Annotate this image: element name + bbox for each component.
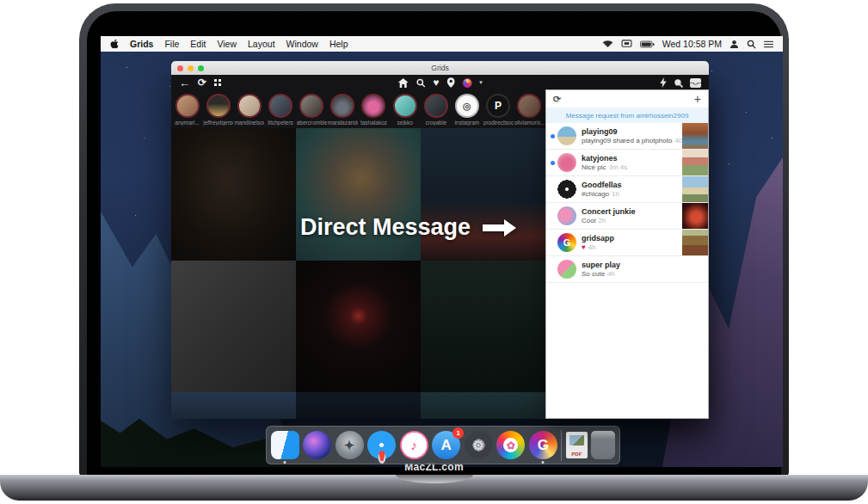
story-item[interactable]: Pprodirectsoc...: [483, 94, 514, 128]
photo-tile-underwater[interactable]: [421, 261, 545, 392]
message-sender: Concert junkie: [582, 207, 682, 217]
menu-layout[interactable]: Layout: [248, 39, 275, 49]
message-row[interactable]: Goodfellas #chicago1h: [546, 176, 708, 203]
story-item[interactable]: sejkko: [390, 94, 420, 128]
avatar: [557, 260, 576, 279]
direct-message-annotation: Direct Message: [300, 214, 516, 241]
avatar-grids-logo: G: [557, 233, 576, 252]
unread-dot: [551, 214, 555, 218]
avatar-vinyl-record: [557, 180, 576, 199]
photo-tile-partial-2[interactable]: [296, 392, 421, 419]
story-item[interactable]: tashalakoz: [359, 94, 389, 128]
window-toolbar: ← ⟳ ♥: [171, 75, 709, 90]
chevron-down-icon[interactable]: ▾: [479, 79, 483, 86]
apple-menu-icon[interactable]: [110, 39, 119, 49]
macbook-lid: Grids File Edit View Layout Window Help: [79, 3, 789, 476]
reload-button[interactable]: ⟳: [198, 77, 206, 89]
back-button[interactable]: ←: [179, 77, 190, 89]
message-row[interactable]: super play So cute4h: [546, 256, 708, 283]
location-pin-icon[interactable]: [446, 77, 454, 88]
story-avatar: [299, 94, 323, 118]
message-preview: So cute4h: [582, 270, 708, 278]
profile-avatar[interactable]: [462, 78, 471, 88]
story-item[interactable]: anymari...: [172, 94, 202, 128]
message-row[interactable]: playing09 playing09 shared a photphoto40…: [546, 123, 708, 150]
inbox-icon[interactable]: [690, 78, 701, 88]
story-item[interactable]: litchpeters: [266, 94, 296, 128]
window-titlebar[interactable]: Grids: [171, 61, 709, 75]
story-item-instagram[interactable]: ◎instagram: [452, 94, 482, 128]
launchpad-icon[interactable]: ✦: [336, 431, 364, 459]
search-icon[interactable]: [416, 78, 425, 88]
story-item[interactable]: croyable: [421, 94, 451, 128]
menu-window[interactable]: Window: [286, 39, 318, 49]
message-preview: #chicago1h: [582, 190, 682, 198]
message-sender: super play: [582, 261, 708, 270]
pdf-document-icon[interactable]: PDF: [566, 432, 588, 458]
message-preview: Cool2h: [582, 217, 682, 224]
menu-help[interactable]: Help: [329, 39, 348, 49]
siri-icon[interactable]: [303, 431, 331, 459]
message-sender: Goodfellas: [582, 181, 682, 190]
screen: Grids File Edit View Layout Window Help: [101, 36, 783, 467]
menu-file[interactable]: File: [164, 39, 179, 49]
story-username: tashalakoz: [359, 120, 389, 126]
message-time: 4h: [588, 243, 596, 251]
unread-dot: [551, 241, 555, 245]
battery-icon[interactable]: [640, 40, 655, 48]
itunes-icon[interactable]: ♪: [400, 431, 428, 459]
dm-new-message-button[interactable]: +: [694, 93, 701, 105]
home-icon[interactable]: [397, 78, 408, 88]
message-thumbnail: [682, 203, 708, 229]
message-row[interactable]: katyjones Nice pic3m 4s: [546, 150, 708, 176]
photo-tile-cave[interactable]: [171, 128, 296, 261]
photo-tile-runway[interactable]: [296, 261, 421, 392]
system-preferences-icon[interactable]: ⚙: [465, 431, 493, 459]
search-circle-icon[interactable]: [674, 78, 683, 88]
story-username: maralazaridou: [328, 120, 358, 126]
menu-view[interactable]: View: [217, 39, 237, 49]
story-avatar: P: [486, 94, 510, 118]
finder-icon[interactable]: [271, 431, 299, 459]
message-row[interactable]: Concert junkie Cool2h: [546, 203, 708, 230]
grid-view-icon[interactable]: [214, 79, 221, 86]
menu-edit[interactable]: Edit: [190, 39, 206, 49]
display-mirroring-icon[interactable]: [621, 40, 632, 48]
spotlight-search-icon[interactable]: [747, 40, 756, 49]
user-icon[interactable]: [729, 40, 739, 49]
story-item[interactable]: mandinelson_: [234, 94, 264, 128]
story-avatar: [517, 94, 541, 118]
story-item[interactable]: oliviamoris...: [514, 94, 545, 128]
story-item[interactable]: maralazaridou: [328, 94, 358, 128]
photo-tile-monochrome-scene[interactable]: [171, 261, 296, 392]
direct-message-label: Direct Message: [300, 214, 471, 241]
notification-center-icon[interactable]: [764, 40, 773, 48]
story-username: mandinelson_: [234, 120, 264, 126]
message-row[interactable]: G gridsapp ♥4h: [546, 230, 708, 256]
safari-icon[interactable]: [367, 431, 396, 459]
menu-app-name[interactable]: Grids: [130, 39, 153, 49]
instagram-logo-icon: ◎: [455, 94, 479, 118]
photo-tile-partial-3[interactable]: [421, 392, 545, 419]
dm-refresh-button[interactable]: ⟳: [553, 94, 561, 105]
trash-icon[interactable]: [591, 431, 615, 459]
activity-heart-icon[interactable]: ♥: [433, 77, 439, 88]
story-item[interactable]: jeffreydgerson: [203, 94, 233, 128]
avatar: [557, 126, 576, 145]
app-store-icon[interactable]: A1: [432, 431, 460, 459]
message-request-banner[interactable]: Message request from amirhossein2909: [546, 108, 708, 123]
story-item[interactable]: abercrombie: [297, 94, 327, 128]
wifi-icon[interactable]: [602, 40, 613, 48]
story-username: croyable: [421, 120, 451, 126]
arrow-right-icon: [483, 219, 516, 237]
window-title: Grids: [171, 64, 709, 72]
photo-tile-partial-1[interactable]: [171, 392, 296, 419]
message-thumbnail: [682, 123, 708, 149]
story-avatar: [330, 94, 354, 118]
photo-grid: [171, 128, 545, 419]
photos-icon[interactable]: ✿: [496, 431, 525, 459]
flash-icon[interactable]: [660, 77, 667, 88]
menu-clock[interactable]: Wed 10:58 PM: [662, 39, 722, 49]
message-thumbnail: [682, 176, 708, 202]
grids-app-icon[interactable]: G: [529, 431, 557, 459]
